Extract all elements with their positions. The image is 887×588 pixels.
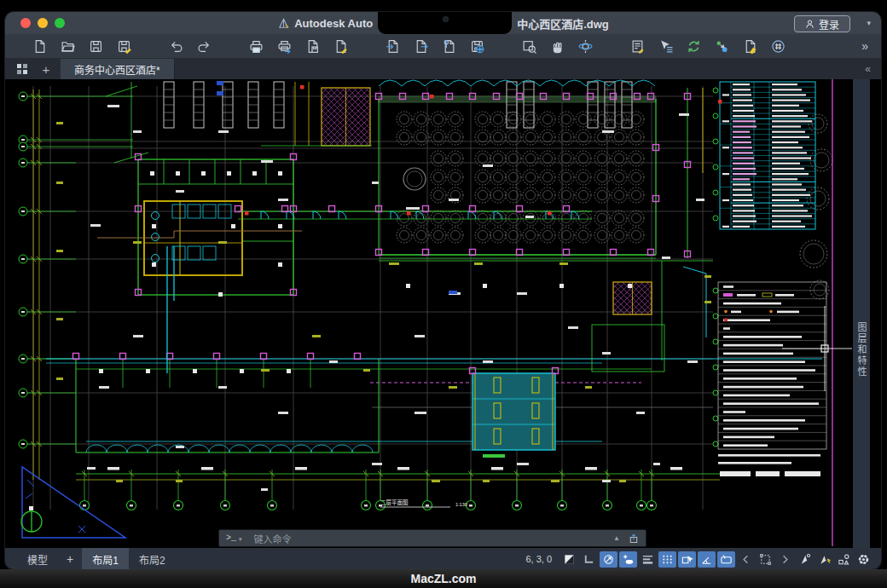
redo-button[interactable] xyxy=(194,37,214,55)
watermark-bar: MacZL.com xyxy=(0,569,887,588)
attach-button[interactable] xyxy=(438,37,459,55)
login-caret-icon[interactable]: ▾ xyxy=(867,19,871,27)
prev-workspace-icon xyxy=(739,553,752,566)
dynamic-input-icon xyxy=(720,553,733,566)
titlebar: Autodesk Auto 中心西区酒店.dwg 登录 ▾ xyxy=(5,12,881,34)
login-button[interactable]: 登录 xyxy=(794,15,850,32)
toolbar-group xyxy=(382,37,487,55)
grid-display-icon xyxy=(661,553,674,566)
right-margin-bubbles xyxy=(713,88,718,447)
toolbar-group xyxy=(165,37,214,55)
undo-button[interactable] xyxy=(165,37,186,55)
tab-grid-icon[interactable] xyxy=(16,63,28,75)
zoom-window-button[interactable] xyxy=(519,37,539,55)
save-icon xyxy=(89,39,103,54)
plot-stamp-button[interactable] xyxy=(302,37,322,55)
orbit-button[interactable] xyxy=(575,37,595,55)
update-fields-button[interactable] xyxy=(683,37,704,55)
command-prompt: >_ xyxy=(226,533,236,543)
svg-text:1:130: 1:130 xyxy=(455,502,467,507)
layout1-tab[interactable]: 布局1 xyxy=(82,548,129,569)
quick-access-toolbar: » xyxy=(5,34,881,59)
annotation-autoscale-icon xyxy=(818,553,831,566)
dynamic-input-toggle[interactable] xyxy=(717,551,735,568)
drawing-canvas[interactable]: 二层平面图1:130 xyxy=(5,79,853,548)
save-button[interactable] xyxy=(85,37,106,55)
toolbar-overflow-button[interactable]: » xyxy=(861,39,867,53)
import-button[interactable] xyxy=(382,37,403,55)
statusbar: 模型 + 布局1 布局2 6, 3, 0 xyxy=(5,548,881,569)
save-as-button[interactable] xyxy=(113,37,134,55)
customization-toggle[interactable] xyxy=(855,551,873,568)
document-tab-active[interactable]: 商务中心西区酒店* xyxy=(61,59,175,79)
lineweight-toggle[interactable] xyxy=(639,551,657,568)
minimize-button[interactable] xyxy=(38,18,48,28)
layout-manager-icon xyxy=(630,39,645,54)
isodraft-toggle[interactable] xyxy=(600,551,617,568)
export-button[interactable] xyxy=(410,37,431,55)
open-file-icon xyxy=(61,39,75,54)
plot-edit-button[interactable] xyxy=(330,37,351,55)
zoom-button[interactable] xyxy=(55,18,65,28)
annotation-visibility-toggle[interactable] xyxy=(796,551,814,568)
ortho-mode-icon xyxy=(583,553,595,566)
count-icon xyxy=(771,39,786,54)
open-file-button[interactable] xyxy=(57,37,78,55)
command-expand-icon[interactable]: ▲ xyxy=(613,534,620,542)
structural-grid xyxy=(26,86,713,510)
add-layout-button[interactable]: + xyxy=(58,548,82,569)
isodraft-icon xyxy=(602,553,615,566)
quick-select-icon xyxy=(658,39,673,54)
pan-icon xyxy=(550,39,565,54)
general-notes xyxy=(718,282,826,476)
object-snap-toggle[interactable] xyxy=(678,551,696,568)
command-input[interactable]: 键入命令 xyxy=(254,532,292,545)
palette-collapsed-bar[interactable]: 图层和特性 xyxy=(853,79,870,548)
batch-print-button[interactable] xyxy=(274,37,294,55)
model-tab[interactable]: 模型 xyxy=(17,548,58,569)
collapse-tabs-icon[interactable]: « xyxy=(865,63,871,75)
undo-icon xyxy=(169,39,183,54)
update-fields-icon xyxy=(687,39,701,54)
point-cloud-icon xyxy=(715,39,729,54)
import-icon xyxy=(386,39,400,54)
selection-area-icon xyxy=(759,553,772,566)
layout2-tab[interactable]: 布局2 xyxy=(129,548,176,569)
traffic-lights xyxy=(5,18,65,28)
next-workspace-toggle[interactable] xyxy=(776,551,794,568)
grid-display-toggle[interactable] xyxy=(658,551,676,568)
command-history-caret-icon[interactable]: ▾ xyxy=(239,536,242,543)
share-icon[interactable] xyxy=(629,533,639,544)
new-file-button[interactable] xyxy=(29,37,49,55)
new-drawing-tab-button[interactable]: + xyxy=(37,62,55,77)
selection-area-toggle[interactable] xyxy=(757,551,774,568)
status-toggles xyxy=(560,551,873,568)
quick-select-button[interactable] xyxy=(655,37,675,55)
snap-mode-toggle[interactable] xyxy=(619,551,637,568)
save-web-button[interactable] xyxy=(467,37,487,55)
app-window: Autodesk Auto 中心西区酒店.dwg 登录 ▾ » + 商务中心西区… xyxy=(5,12,881,569)
prev-workspace-toggle[interactable] xyxy=(737,551,755,568)
escalator-block xyxy=(472,373,555,458)
redo-icon xyxy=(197,39,212,54)
polar-tracking-toggle[interactable] xyxy=(698,551,716,568)
model-space-toggle[interactable] xyxy=(560,551,578,568)
close-button[interactable] xyxy=(20,18,31,28)
next-workspace-icon xyxy=(779,553,791,566)
command-line[interactable]: >_ ▾ 键入命令 ▲ xyxy=(218,529,646,547)
bottom-wing xyxy=(76,359,379,453)
pan-button[interactable] xyxy=(547,37,567,55)
point-cloud-button[interactable] xyxy=(711,37,732,55)
annotation-visibility-icon xyxy=(798,553,811,566)
save-web-icon xyxy=(470,39,484,54)
window-title-prefix: Autodesk Auto xyxy=(294,17,373,30)
isolate-objects-toggle[interactable] xyxy=(835,551,853,568)
annotation-autoscale-toggle[interactable] xyxy=(815,551,833,568)
count-button[interactable] xyxy=(768,37,788,55)
layout-manager-button[interactable] xyxy=(627,37,647,55)
ortho-mode-toggle[interactable] xyxy=(580,551,598,568)
right-wing xyxy=(379,88,713,372)
visual-style-button[interactable] xyxy=(739,37,760,55)
print-button[interactable] xyxy=(246,37,266,55)
watermark-text: MacZL.com xyxy=(410,572,476,585)
